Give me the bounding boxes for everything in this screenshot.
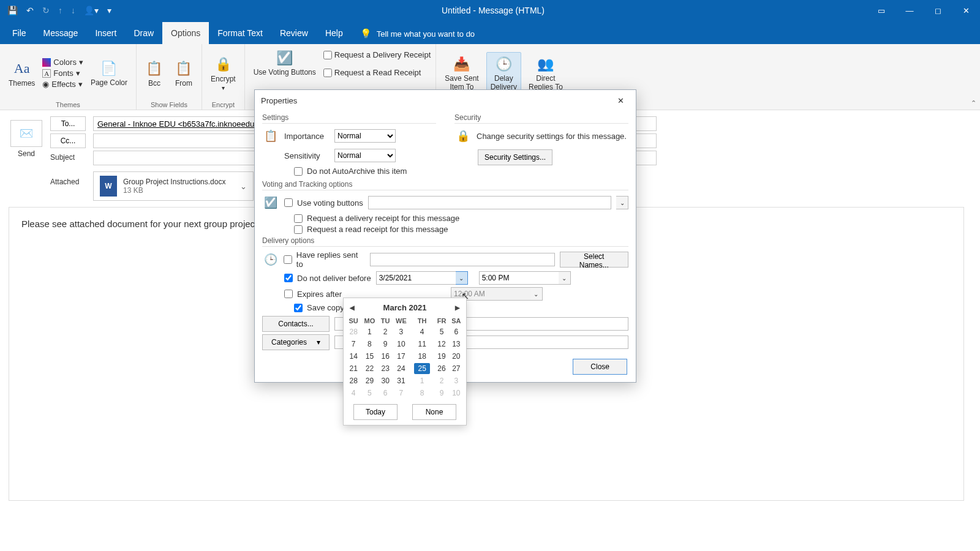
chevron-down-icon[interactable]: ⌄ bbox=[240, 182, 247, 191]
read-receipt-check[interactable]: Request a Read Receipt bbox=[323, 67, 431, 78]
calendar-day[interactable]: 4 bbox=[410, 326, 434, 338]
calendar-day[interactable]: 15 bbox=[361, 350, 378, 362]
calendar-day[interactable]: 23 bbox=[378, 362, 392, 375]
collapse-ribbon-icon[interactable]: ⌃ bbox=[971, 99, 976, 107]
do-not-deliver-check[interactable]: Do not deliver before bbox=[284, 274, 371, 283]
tab-options[interactable]: Options bbox=[162, 22, 209, 44]
person-icon[interactable]: 👤▾ bbox=[84, 6, 99, 15]
undo-icon[interactable]: ↶ bbox=[26, 6, 34, 15]
dlg-delivery-receipt-check[interactable]: Request a delivery receipt for this mess… bbox=[294, 214, 628, 223]
categories-button[interactable]: Categories▾ bbox=[262, 334, 330, 350]
expires-time-dropdown[interactable]: ⌄ bbox=[530, 287, 543, 301]
have-replies-check[interactable]: Have replies sent to bbox=[284, 250, 364, 269]
importance-select[interactable]: Normal bbox=[334, 129, 396, 143]
calendar-day[interactable]: 10 bbox=[449, 387, 464, 399]
expires-after-check[interactable]: Expires after bbox=[284, 290, 342, 299]
cc-button[interactable]: Cc... bbox=[50, 133, 86, 148]
attachment-chip[interactable]: W Group Project Instructions.docx 13 KB … bbox=[93, 171, 254, 201]
use-voting-check[interactable]: Use voting buttons bbox=[284, 198, 363, 208]
page-color-button[interactable]: 📄 Page Color bbox=[87, 57, 131, 89]
tab-format-text[interactable]: Format Text bbox=[209, 22, 271, 44]
calendar-day[interactable]: 22 bbox=[361, 362, 378, 375]
ribbon-display-icon[interactable]: ▭ bbox=[867, 0, 895, 21]
effects-button[interactable]: ◉Effects ▾ bbox=[42, 80, 83, 89]
calendar-day[interactable]: 21 bbox=[346, 362, 361, 375]
qat-more-icon[interactable]: ▾ bbox=[107, 6, 111, 15]
tell-me[interactable]: 💡 Tell me what you want to do bbox=[352, 28, 483, 44]
calendar-day[interactable]: 2 bbox=[378, 326, 392, 338]
fonts-button[interactable]: AFonts ▾ bbox=[42, 69, 83, 78]
calendar-day[interactable]: 27 bbox=[449, 362, 464, 375]
calendar-day[interactable]: 8 bbox=[410, 387, 434, 399]
calendar-day[interactable]: 14 bbox=[346, 350, 361, 362]
dlg-read-receipt-check[interactable]: Request a read receipt for this message bbox=[294, 225, 628, 234]
deliver-time-dropdown[interactable]: ⌄ bbox=[559, 271, 571, 285]
calendar-day[interactable]: 25 bbox=[410, 362, 434, 375]
calendar-day[interactable]: 16 bbox=[378, 350, 392, 362]
calendar-day[interactable]: 5 bbox=[361, 387, 378, 399]
down-icon[interactable]: ↓ bbox=[71, 6, 75, 15]
close-window-button[interactable]: ✕ bbox=[952, 0, 980, 21]
calendar-day[interactable]: 28 bbox=[346, 326, 361, 338]
prev-month-button[interactable]: ◀ bbox=[350, 304, 355, 311]
tab-message[interactable]: Message bbox=[35, 22, 87, 44]
direct-replies-button[interactable]: 👥Direct Replies To bbox=[525, 53, 567, 93]
calendar-day[interactable]: 5 bbox=[434, 326, 448, 338]
tab-help[interactable]: Help bbox=[317, 22, 352, 44]
calendar-day[interactable]: 19 bbox=[434, 350, 448, 362]
maximize-button[interactable]: ◻ bbox=[924, 0, 952, 21]
calendar-day[interactable]: 28 bbox=[346, 375, 361, 387]
tab-insert[interactable]: Insert bbox=[86, 22, 125, 44]
calendar-day[interactable]: 6 bbox=[449, 326, 464, 338]
colors-button[interactable]: Colors ▾ bbox=[42, 58, 83, 67]
dialog-close-button[interactable]: ✕ bbox=[611, 93, 630, 108]
autoarchive-check[interactable]: Do not AutoArchive this item bbox=[294, 167, 436, 176]
none-button[interactable]: None bbox=[412, 404, 456, 420]
security-settings-button[interactable]: Security Settings... bbox=[478, 149, 552, 165]
voting-dropdown[interactable]: ⌄ bbox=[616, 196, 628, 209]
calendar-day[interactable]: 13 bbox=[449, 338, 464, 350]
calendar-day[interactable]: 8 bbox=[361, 338, 378, 350]
bcc-button[interactable]: 📋Bcc bbox=[141, 57, 167, 90]
deliver-date-dropdown[interactable]: ⌄ bbox=[456, 271, 468, 285]
calendar-day[interactable]: 24 bbox=[393, 362, 410, 375]
contacts-button[interactable]: Contacts... bbox=[262, 316, 330, 332]
calendar-day[interactable]: 20 bbox=[449, 350, 464, 362]
tab-file[interactable]: File bbox=[4, 22, 35, 44]
have-replies-input[interactable] bbox=[370, 253, 555, 266]
next-month-button[interactable]: ▶ bbox=[455, 304, 460, 311]
themes-button[interactable]: Aa Themes bbox=[5, 57, 39, 90]
sensitivity-select[interactable]: Normal bbox=[334, 149, 396, 162]
calendar-day[interactable]: 11 bbox=[410, 338, 434, 350]
send-button[interactable]: ✉️ bbox=[10, 120, 42, 147]
tab-draw[interactable]: Draw bbox=[125, 22, 162, 44]
calendar-day[interactable]: 29 bbox=[361, 375, 378, 387]
tab-review[interactable]: Review bbox=[271, 22, 317, 44]
calendar-day[interactable]: 7 bbox=[346, 338, 361, 350]
calendar-day[interactable]: 12 bbox=[434, 338, 448, 350]
calendar-day[interactable]: 3 bbox=[449, 375, 464, 387]
calendar-day[interactable]: 3 bbox=[393, 326, 410, 338]
save-icon[interactable]: 💾 bbox=[7, 6, 18, 15]
calendar-day[interactable]: 9 bbox=[378, 338, 392, 350]
close-button[interactable]: Close bbox=[573, 359, 627, 375]
calendar-day[interactable]: 2 bbox=[434, 375, 448, 387]
voting-button[interactable]: ☑️Use Voting Buttons bbox=[250, 47, 320, 79]
calendar-day[interactable]: 18 bbox=[410, 350, 434, 362]
to-button[interactable]: To... bbox=[50, 116, 86, 131]
calendar-day[interactable]: 17 bbox=[393, 350, 410, 362]
save-sent-button[interactable]: 📥Save Sent Item To bbox=[441, 53, 482, 93]
deliver-date-input[interactable] bbox=[376, 271, 456, 285]
calendar-day[interactable]: 6 bbox=[378, 387, 392, 399]
up-icon[interactable]: ↑ bbox=[58, 6, 62, 15]
select-names-button[interactable]: Select Names... bbox=[560, 252, 628, 268]
calendar-day[interactable]: 31 bbox=[393, 375, 410, 387]
redo-icon[interactable]: ↻ bbox=[42, 6, 50, 15]
minimize-button[interactable]: — bbox=[895, 0, 924, 21]
voting-options-input[interactable] bbox=[368, 196, 611, 209]
deliver-time-input[interactable] bbox=[479, 271, 559, 285]
delay-delivery-button[interactable]: 🕒Delay Delivery bbox=[486, 52, 521, 94]
calendar-day[interactable]: 1 bbox=[361, 326, 378, 338]
encrypt-button[interactable]: 🔒Encrypt▾ bbox=[207, 53, 239, 94]
calendar-day[interactable]: 26 bbox=[434, 362, 448, 375]
